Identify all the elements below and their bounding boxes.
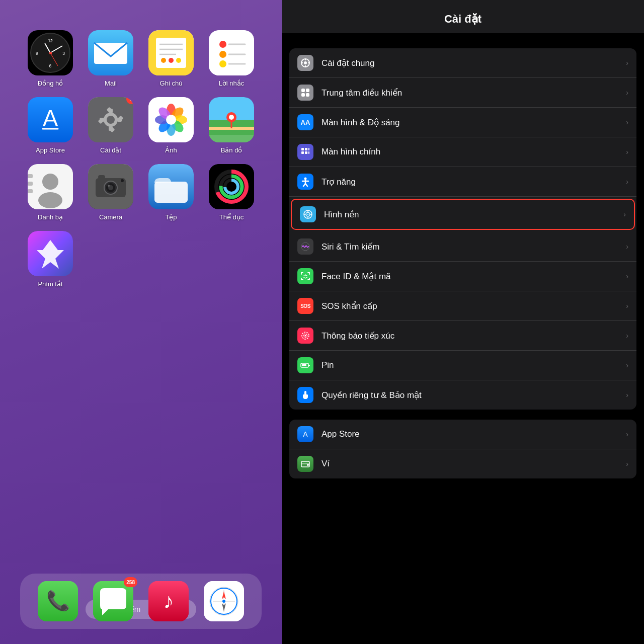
svg-point-54 — [42, 174, 58, 190]
accessibility-icon — [297, 174, 313, 190]
svg-point-132 — [307, 464, 309, 466]
svg-point-55 — [38, 192, 62, 208]
app-label-clock: Đồng hồ — [38, 79, 63, 87]
accessibility-label: Trợ năng — [321, 177, 626, 187]
settings-row-accessibility[interactable]: Trợ năng › — [289, 167, 636, 197]
accessibility-chevron: › — [626, 178, 628, 186]
dock-music[interactable]: ♪ — [148, 581, 189, 621]
settings-row-battery[interactable]: Pin › — [289, 351, 636, 380]
wallpaper-label: Hình nền — [324, 209, 623, 220]
svg-point-66 — [121, 179, 124, 182]
app-shortcuts[interactable]: Phím tắt — [23, 231, 78, 288]
faceid-label: Face ID & Mật mã — [321, 271, 626, 282]
settings-row-appstore[interactable]: A App Store › — [289, 420, 636, 449]
svg-point-114 — [307, 214, 308, 215]
settings-row-siri[interactable]: Siri & Tìm kiếm › — [289, 232, 636, 262]
svg-text:9: 9 — [36, 51, 38, 56]
settings-row-general[interactable]: Cài đặt chung › — [289, 48, 636, 78]
svg-point-17 — [219, 51, 226, 58]
app-maps[interactable]: Bản đồ — [204, 97, 259, 154]
settings-row-wallpaper[interactable]: Hình nền › — [291, 199, 635, 230]
svg-point-121 — [306, 275, 307, 276]
app-label-photos: Ảnh — [165, 146, 177, 154]
app-clock[interactable]: 12 3 6 9 Đồng hồ — [23, 30, 78, 87]
privacy-label: Quyền riêng tư & Bảo mật — [321, 390, 626, 400]
settings-section-main: Cài đặt chung › Trung tâm điều khiển › — [289, 48, 636, 410]
battery-label: Pin — [321, 360, 626, 370]
app-photos[interactable]: Ảnh — [143, 97, 199, 154]
settings-row-sos[interactable]: SOS SOS khẩn cấp › — [289, 291, 636, 321]
svg-rect-7 — [156, 38, 186, 68]
dock-messages[interactable]: 258 — [93, 581, 133, 621]
messages-badge: 258 — [124, 577, 137, 587]
app-settings[interactable]: 1 — [83, 97, 138, 154]
sos-chevron: › — [626, 302, 628, 310]
settings-row-wallet[interactable]: Ví › — [289, 449, 636, 478]
app-camera[interactable]: Camera — [83, 164, 138, 221]
wallet-label: Ví — [321, 459, 626, 469]
home-screen: 12 3 6 9 Đồng hồ — [0, 0, 282, 644]
app-files[interactable]: Tệp — [143, 164, 199, 221]
siri-label: Siri & Tìm kiếm — [321, 242, 626, 252]
app-reminders[interactable]: Lời nhắc — [204, 30, 259, 87]
homescreen-icon — [297, 144, 313, 160]
wallpaper-icon — [300, 206, 316, 222]
svg-point-15 — [219, 41, 226, 48]
svg-point-64 — [108, 185, 110, 187]
dock-safari[interactable] — [204, 581, 244, 621]
app-appstore[interactable]: A App Store — [23, 97, 78, 154]
svg-rect-58 — [28, 189, 33, 193]
wallet-icon — [297, 456, 313, 472]
svg-rect-48 — [209, 135, 254, 142]
app-label-fitness: Thể dục — [219, 213, 244, 221]
settings-list: Cài đặt chung › Trung tâm điều khiển › — [282, 33, 644, 644]
svg-point-13 — [176, 58, 181, 63]
settings-row-control[interactable]: Trung tâm điều khiển › — [289, 78, 636, 108]
settings-row-exposure[interactable]: Thông báo tiếp xúc › — [289, 321, 636, 351]
siri-chevron: › — [626, 243, 628, 251]
siri-icon — [297, 238, 313, 255]
svg-rect-105 — [308, 148, 309, 150]
svg-text:♪: ♪ — [164, 589, 174, 613]
dock-phone[interactable]: 📞 — [38, 581, 78, 621]
svg-point-90 — [222, 600, 225, 603]
appstore-row-label: App Store — [321, 429, 626, 439]
faceid-icon — [297, 268, 313, 284]
settings-row-homescreen[interactable]: Màn hình chính › — [289, 137, 636, 167]
svg-line-111 — [305, 184, 307, 186]
dock: 📞 258 — [20, 574, 262, 629]
settings-row-faceid[interactable]: Face ID & Mật mã › — [289, 262, 636, 291]
app-grid: 12 3 6 9 Đồng hồ — [23, 30, 259, 288]
general-chevron: › — [626, 59, 628, 67]
svg-point-125 — [305, 335, 306, 337]
app-notes[interactable]: Ghi chú — [143, 30, 199, 87]
settings-row-display[interactable]: AA Màn hình & Độ sáng › — [289, 108, 636, 137]
svg-rect-56 — [28, 174, 33, 178]
svg-rect-104 — [305, 151, 307, 154]
svg-text:6: 6 — [49, 63, 52, 68]
settings-row-privacy[interactable]: Quyền riêng tư & Bảo mật › — [289, 380, 636, 410]
faceid-chevron: › — [626, 272, 628, 280]
svg-rect-65 — [98, 175, 105, 179]
settings-section-apps: A App Store › Ví › — [289, 420, 636, 478]
svg-text:12: 12 — [48, 38, 53, 43]
svg-text:A: A — [303, 430, 308, 438]
appstore-row-chevron: › — [626, 430, 628, 438]
svg-rect-57 — [28, 182, 33, 186]
svg-rect-103 — [301, 151, 304, 154]
settings-panel: Cài đặt Cài đặt chung › — [282, 0, 644, 644]
svg-text:A: A — [43, 105, 58, 131]
svg-rect-127 — [308, 365, 310, 366]
app-fitness[interactable]: Thể dục — [204, 164, 259, 221]
app-contacts[interactable]: Danh bạ — [23, 164, 78, 221]
svg-rect-102 — [305, 148, 307, 150]
svg-rect-68 — [154, 182, 188, 203]
svg-point-120 — [304, 275, 305, 276]
app-mail[interactable]: Mail — [83, 30, 138, 87]
app-label-shortcuts: Phím tắt — [38, 280, 62, 288]
svg-rect-106 — [308, 151, 309, 154]
control-icon — [297, 85, 313, 101]
svg-rect-98 — [306, 89, 309, 92]
sos-label: SOS khẩn cấp — [321, 301, 626, 311]
control-label: Trung tâm điều khiển — [321, 88, 626, 98]
